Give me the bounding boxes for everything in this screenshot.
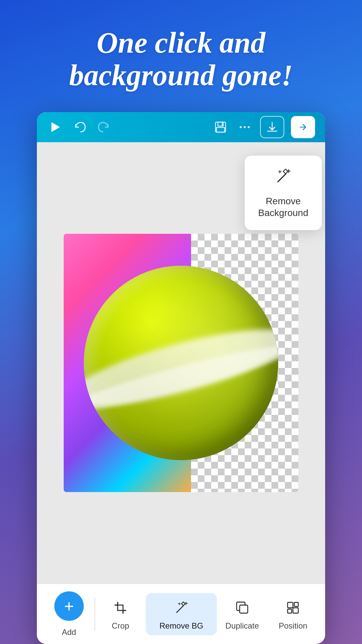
remove-bg-tool[interactable]: Remove BG [146,593,217,635]
svg-point-10 [288,170,290,172]
svg-line-24 [177,606,183,612]
svg-point-5 [240,126,242,128]
headline: One click and background gone! [49,0,313,112]
bottom-toolbar: + Add Crop [37,584,325,644]
save-button[interactable] [212,118,229,136]
svg-rect-37 [288,602,293,608]
add-label: Add [62,628,76,637]
add-tool[interactable]: + Add [44,591,95,637]
headline-line2: background gone! [69,59,293,92]
send-button[interactable] [291,116,315,138]
more-button[interactable] [236,118,253,136]
duplicate-icon [232,598,252,618]
headline-line1: One click and [97,26,265,59]
redo-button[interactable] [95,118,113,136]
svg-rect-40 [293,608,298,613]
app-logo[interactable] [47,118,64,136]
remove-bg-label: Remove BG [160,621,203,631]
image-container [64,234,298,492]
add-button[interactable]: + [54,591,84,621]
duplicate-label: Duplicate [226,621,259,631]
svg-rect-3 [217,127,225,132]
canvas-area: RemoveBackground [37,142,325,584]
remove-background-popup[interactable]: RemoveBackground [245,156,322,230]
toolbar [37,112,325,142]
crop-tool[interactable]: Crop [95,598,146,631]
svg-point-15 [279,171,281,172]
download-button[interactable] [260,116,284,138]
magic-wand-icon [274,167,293,190]
svg-marker-0 [51,122,60,132]
svg-rect-38 [294,602,298,606]
svg-rect-39 [288,609,292,613]
svg-point-6 [244,126,246,128]
app-window: RemoveBackground + Add [37,112,325,644]
remove-bg-icon [171,598,191,618]
undo-button[interactable] [71,118,88,136]
duplicate-tool[interactable]: Duplicate [217,598,268,631]
svg-point-7 [248,126,250,128]
svg-rect-36 [240,605,248,613]
tennis-ball-image [84,266,278,460]
position-tool[interactable]: Position [267,598,318,631]
position-icon [283,598,303,618]
position-label: Position [279,621,307,631]
svg-rect-25 [181,602,185,605]
crop-icon [110,598,130,618]
svg-point-31 [179,603,180,604]
crop-label: Crop [112,621,129,631]
svg-point-26 [185,603,187,604]
plus-icon: + [64,598,74,614]
remove-background-text: RemoveBackground [258,195,308,219]
svg-line-8 [278,174,286,182]
